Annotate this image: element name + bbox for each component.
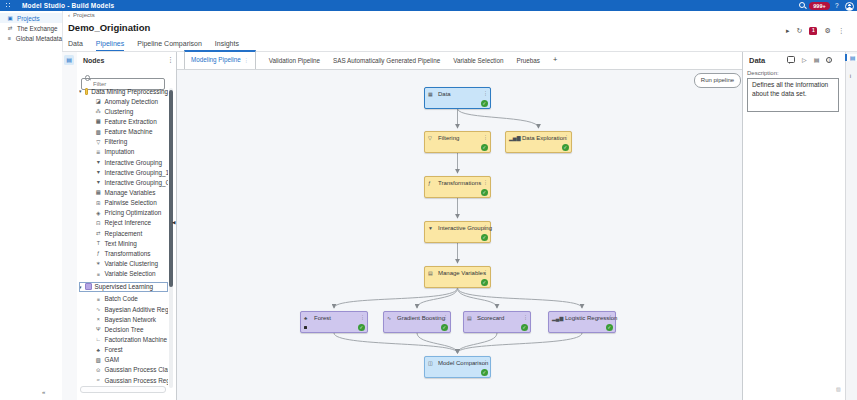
pipeline-node-manage-variables[interactable]: ▤ Manage Variables ⋮ ✓ [424, 266, 491, 288]
tree-node-item[interactable]: TText Mining [79, 238, 168, 248]
refresh-icon[interactable]: ↻ [797, 27, 803, 35]
panel-resize-icon[interactable]: ▨ [836, 386, 841, 392]
node-menu-icon[interactable]: ⋮ [483, 179, 488, 185]
model-studio-app: Model Studio - Build Models 999+ ? ▣ Pro… [0, 0, 857, 400]
pipeline-tab-pruebas[interactable]: Pruebas [516, 57, 539, 69]
pipeline-tab-modeling[interactable]: Modeling Pipeline ⋮ [184, 50, 256, 69]
pipeline-node-filtering[interactable]: ▽ Filtering ⋮ ✓ [424, 131, 491, 153]
user-avatar[interactable] [845, 2, 854, 11]
properties-panel-title: Data [749, 56, 765, 65]
tree-node-item[interactable]: ▤Manage Variables [79, 187, 168, 197]
tree-node-item[interactable]: ⁂Clustering [79, 106, 168, 116]
tree-node-item[interactable]: ⊙Gaussian Process Classific... [79, 365, 168, 375]
comparison-icon: ◫ [428, 360, 433, 366]
pipeline-tab-sas-generated[interactable]: SAS Automatically Generated Pipeline [333, 57, 440, 69]
collapse-nav-icon[interactable]: « [42, 389, 45, 395]
tree-node-item[interactable]: ⊞Pairwise Selection [79, 198, 168, 208]
tree-node-item[interactable]: ♣Forest [79, 345, 168, 355]
node-menu-icon[interactable]: ⋮ [608, 314, 613, 320]
breadcrumb[interactable]: ‹ Projects [68, 12, 95, 18]
tree-node-item[interactable]: ∿Bayesian Additive Regres... [79, 304, 168, 314]
tree-node-item[interactable]: ▦Feature Extraction [79, 116, 168, 126]
tree-node-item[interactable]: ◪Anomaly Detection [79, 96, 168, 106]
node-menu-icon[interactable]: ⋮ [483, 359, 488, 365]
status-success-icon: ✓ [562, 144, 569, 151]
comments-icon[interactable] [787, 56, 795, 63]
pipeline-tab-menu-icon[interactable]: ⋮ [244, 57, 249, 63]
node-type-icon: ⁂ [95, 108, 102, 114]
pipeline-node-forest[interactable]: ♣ Forest ⋮ ✓ [300, 311, 368, 333]
pipeline-tab-validation[interactable]: Validation Pipeline [269, 57, 320, 69]
help-icon[interactable]: ? [835, 2, 839, 9]
pipeline-node-scorecard[interactable]: ▤ Scorecard ⋮ ✓ [463, 311, 531, 333]
node-menu-icon[interactable]: ⋮ [443, 314, 448, 320]
node-menu-icon[interactable]: ⋮ [564, 134, 569, 140]
tree-node-item[interactable]: ≣Imputation [79, 147, 168, 157]
node-type-icon: ≡ [95, 296, 102, 302]
status-success-icon: ✓ [358, 324, 365, 331]
node-menu-icon[interactable]: ⋮ [483, 134, 488, 140]
node-type-icon: ▼ [95, 159, 102, 165]
publish-icon[interactable]: ▸ [786, 27, 790, 35]
properties-tab-icon[interactable]: ▤ [845, 54, 857, 61]
tree-node-item[interactable]: ▩Feature Machine [79, 127, 168, 137]
tree-node-item[interactable]: ×Bayesian Network [79, 314, 168, 324]
node-type-icon: ▤ [95, 189, 102, 195]
nodes-panel-menu-icon[interactable]: ⋮ [167, 56, 174, 64]
tree-node-item[interactable]: ∟Factorization Machine [79, 334, 168, 344]
search-icon[interactable] [799, 2, 805, 8]
tree-node-item[interactable]: ▼Interactive Grouping [79, 157, 168, 167]
notification-badge[interactable]: 999+ [809, 2, 830, 10]
node-menu-icon[interactable]: ⋮ [483, 90, 488, 96]
add-pipeline-icon[interactable]: + [553, 55, 557, 69]
tree-node-item[interactable]: ≡Batch Code [79, 294, 168, 304]
pipeline-node-model-comparison[interactable]: ◫ Model Comparison ⋮ ✓ [424, 356, 491, 378]
info-icon[interactable]: i [826, 57, 832, 63]
pipeline-node-interactive-grouping[interactable]: ▼ Interactive Grouping ⋮ ✓ [424, 221, 491, 243]
tree-node-item[interactable]: ⊟Reject Inference [79, 218, 168, 228]
project-actions: ▸ ↻ 1 ⚙ ⋮ [786, 27, 845, 35]
tree-node-item[interactable]: ▽Filtering [79, 137, 168, 147]
sidebar-item-the-exchange[interactable]: ⇄ The Exchange [0, 23, 62, 33]
tree-node-item[interactable]: ▼Interactive Grouping_1_ALE [79, 167, 168, 177]
collapse-nodes-panel-icon[interactable]: ◀ [172, 220, 175, 225]
node-menu-icon[interactable]: ⋮ [523, 314, 528, 320]
alert-badge[interactable]: 1 [809, 27, 817, 35]
sidebar-item-projects[interactable]: ▣ Projects [0, 13, 62, 23]
tree-node-item[interactable]: ⇄Replacement [79, 228, 168, 238]
description-textarea[interactable]: Defines all the information about the da… [747, 78, 839, 112]
tree-node-item[interactable]: ΨDecision Tree [79, 324, 168, 334]
tree-node-item[interactable]: ◈Pricing Optimization [79, 208, 168, 218]
node-type-icon: ▦ [95, 118, 102, 124]
sidebar-item-global-metadata[interactable]: ≡ Global Metadata [0, 33, 62, 43]
settings-gear-icon[interactable]: ⚙ [824, 27, 830, 35]
tree-node-item[interactable]: ≈Gaussian Process Regress... [79, 375, 168, 385]
tree-node-item[interactable]: ▼Interactive Grouping_Cus... [79, 177, 168, 187]
pipeline-node-data-exploration[interactable]: ▂▅▇ Data Exploration ⋮ ✓ [505, 131, 572, 153]
vertical-scrollbar-thumb[interactable] [169, 90, 173, 287]
pipeline-tab-variable-selection[interactable]: Variable Selection [453, 57, 503, 69]
notes-icon[interactable]: ▤ [814, 56, 820, 63]
tree-node-item[interactable]: ƒTransformations [79, 248, 168, 258]
champion-marker-icon [304, 326, 307, 329]
info-tab-icon[interactable]: i [845, 73, 856, 79]
tree-group-supervised-learning[interactable]: ▾ Supervised Learning [79, 282, 168, 292]
horizontal-scrollbar[interactable] [80, 386, 166, 393]
tree-group-data-mining-preprocessing[interactable]: ▾ Data Mining Preprocessing [79, 86, 168, 96]
run-node-icon[interactable]: ▷ [802, 56, 807, 63]
more-options-icon[interactable]: ⋮ [838, 27, 845, 35]
node-menu-icon[interactable]: ⋮ [483, 224, 488, 230]
status-success-icon: ✓ [481, 144, 488, 151]
pipeline-node-gradient-boosting[interactable]: ∿ Gradient Boosting ⋮ ✓ [383, 311, 451, 333]
pipeline-node-data[interactable]: ▦ Data ⋮ ✓ [424, 87, 491, 109]
status-success-icon: ✓ [441, 324, 448, 331]
pipeline-node-transformations[interactable]: ƒ Transformations ⋮ ✓ [424, 176, 491, 198]
node-menu-icon[interactable]: ⋮ [483, 269, 488, 275]
tree-node-item[interactable]: ≡Variable Selection [79, 269, 168, 279]
nodes-panel-toggle-icon[interactable]: ▤ [64, 55, 74, 65]
tree-node-item[interactable]: ▧GAM [79, 355, 168, 365]
apps-grid-icon[interactable] [5, 2, 12, 9]
pipeline-node-logistic-regression[interactable]: ▂▄▆ Logistic Regression ⋮ ✓ [548, 311, 616, 333]
tree-node-item[interactable]: ∗Variable Clustering [79, 258, 168, 268]
node-menu-icon[interactable]: ⋮ [360, 314, 365, 320]
